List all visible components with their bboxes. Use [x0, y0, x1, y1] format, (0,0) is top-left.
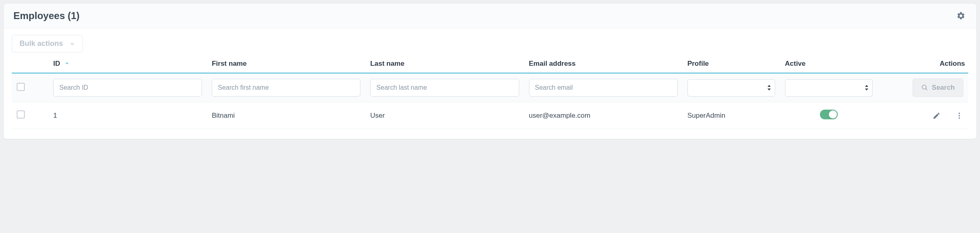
active-toggle[interactable]	[820, 110, 838, 119]
cell-id: 1	[48, 102, 207, 129]
search-button[interactable]: Search	[913, 78, 963, 97]
more-actions-button[interactable]	[955, 112, 963, 120]
col-profile[interactable]: Profile	[683, 56, 780, 73]
col-active-label: Active	[785, 60, 806, 67]
sort-asc-icon	[65, 61, 69, 66]
filter-profile-select[interactable]	[687, 79, 775, 97]
col-id-label: ID	[53, 60, 60, 67]
col-last-name-label: Last name	[370, 60, 404, 67]
bulk-actions-button[interactable]: Bulk actions	[12, 35, 83, 52]
svg-point-0	[922, 85, 926, 89]
svg-point-3	[958, 115, 960, 116]
col-active[interactable]: Active	[780, 56, 878, 73]
search-button-label: Search	[932, 84, 955, 92]
bulk-actions-label: Bulk actions	[20, 39, 63, 48]
col-first-name-label: First name	[212, 60, 247, 67]
filter-id-input[interactable]	[53, 79, 202, 97]
col-actions: Actions	[878, 56, 968, 73]
cell-last-name: User	[365, 102, 524, 129]
table-header-row: ID First name Last name Email address Pr…	[12, 56, 968, 73]
table-row: 1 Bitnami User user@example.com SuperAdm…	[12, 102, 968, 129]
svg-point-4	[958, 117, 960, 119]
svg-point-2	[958, 112, 960, 114]
filter-row: Search	[12, 73, 968, 102]
filter-active-select[interactable]	[785, 79, 873, 97]
col-email-label: Email address	[529, 60, 576, 67]
col-select	[12, 56, 48, 73]
col-id[interactable]: ID	[48, 56, 207, 73]
filter-last-name-input[interactable]	[370, 79, 519, 97]
col-actions-label: Actions	[940, 60, 965, 67]
row-checkbox[interactable]	[17, 110, 25, 119]
col-email[interactable]: Email address	[524, 56, 683, 73]
svg-line-1	[926, 88, 928, 90]
row-actions	[882, 112, 963, 120]
panel-header: Employees (1)	[4, 4, 976, 28]
kebab-icon	[955, 112, 963, 120]
col-profile-label: Profile	[687, 60, 709, 67]
cell-first-name: Bitnami	[207, 102, 365, 129]
col-last-name[interactable]: Last name	[365, 56, 524, 73]
cell-active	[780, 102, 878, 129]
toolbar: Bulk actions	[4, 28, 976, 56]
panel-title: Employees (1)	[13, 10, 80, 22]
filter-first-name-input[interactable]	[212, 79, 360, 97]
chevron-down-icon	[69, 41, 75, 47]
cell-profile: SuperAdmin	[683, 102, 780, 129]
select-all-checkbox[interactable]	[17, 83, 25, 91]
settings-button[interactable]	[955, 10, 967, 22]
search-icon	[921, 84, 928, 91]
edit-button[interactable]	[932, 112, 941, 120]
col-first-name[interactable]: First name	[207, 56, 365, 73]
pencil-icon	[932, 112, 941, 120]
gear-icon	[956, 11, 965, 20]
filter-email-input[interactable]	[529, 79, 678, 97]
cell-email: user@example.com	[524, 102, 683, 129]
employees-table: ID First name Last name Email address Pr…	[12, 56, 968, 129]
employees-panel: Employees (1) Bulk actions ID	[3, 3, 977, 139]
